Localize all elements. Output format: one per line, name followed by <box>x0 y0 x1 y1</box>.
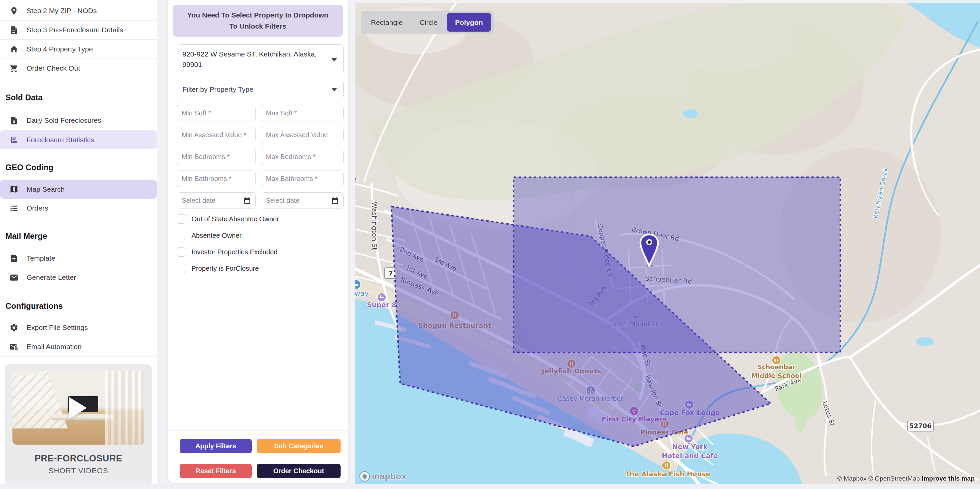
sidebar-item-foreclosure-statistics[interactable]: Foreclosure Statistics <box>0 130 157 149</box>
apply-filters-button[interactable]: Apply Filters <box>180 439 252 453</box>
svg-text:New York: New York <box>672 443 708 451</box>
min-bathrooms-input[interactable] <box>177 170 256 187</box>
min-bedrooms-input[interactable] <box>177 149 256 165</box>
thumbnail-stairs <box>13 371 68 429</box>
document-icon <box>10 254 19 263</box>
bar-chart-icon <box>10 135 19 144</box>
sidebar-item-map-search[interactable]: Map Search <box>0 179 157 199</box>
sidebar-item-step2-zip-nods[interactable]: Step 2 My ZIP - NODs <box>0 2 157 21</box>
date-from-input[interactable] <box>177 192 256 209</box>
sidebar-item-label: Orders <box>27 204 48 212</box>
svg-text:Middle School: Middle School <box>751 372 802 379</box>
sidebar-item-label: Daily Sold Foreclosures <box>27 116 101 124</box>
checkbox-label: Property is ForClosure <box>191 265 259 272</box>
file-excel-icon <box>10 116 19 125</box>
max-assessed-value-input[interactable] <box>261 127 344 143</box>
reset-filters-button[interactable]: Reset Filters <box>180 464 252 478</box>
sidebar-item-daily-sold-foreclosures[interactable]: Daily Sold Foreclosures <box>0 111 157 130</box>
video-thumbnail[interactable] <box>13 371 145 445</box>
checkbox-out-of-state-absentee-owner[interactable]: Out of State Absentee Owner <box>177 214 344 224</box>
map-attribution: © Mapbox © OpenStreetMap Improve this ma… <box>837 475 975 482</box>
video-subtitle: SHORT VIDEOS <box>13 467 145 475</box>
sidebar-item-generate-letter[interactable]: Generate Letter <box>0 268 157 287</box>
sidebar-item-label: Generate Letter <box>27 273 76 281</box>
video-title: PRE-FORCLOSURE <box>13 453 145 464</box>
sidebar-item-label: Step 3 Pre-Foreclosure Details <box>27 26 123 34</box>
sidebar-item-label: Step 2 My ZIP - NODs <box>27 7 97 15</box>
svg-text:Super 8: Super 8 <box>367 301 396 309</box>
cart-icon <box>10 64 19 73</box>
checkbox-property-is-forclosure[interactable]: Property is ForClosure <box>177 264 344 273</box>
order-checkout-button[interactable]: Order Checkout <box>257 464 340 478</box>
route-shield-52706: 52706 <box>907 421 934 431</box>
envelope-icon <box>10 273 19 282</box>
list-icon <box>10 204 19 213</box>
min-assessed-value-input[interactable] <box>177 127 256 143</box>
section-header-sold-data: Sold Data <box>0 93 157 102</box>
sidebar: Step 2 My ZIP - NODs Step 3 Pre-Foreclos… <box>0 0 157 489</box>
sidebar-item-label: Order Check Out <box>27 64 80 72</box>
checkbox[interactable] <box>177 247 186 257</box>
section-header-mail-merge: Mail Merge <box>0 232 157 241</box>
checkbox[interactable] <box>177 214 186 224</box>
sidebar-item-step4-property-type[interactable]: Step 4 Property Type <box>0 40 157 59</box>
checkbox[interactable] <box>177 231 186 240</box>
map-icon <box>10 185 19 194</box>
page-bottom-strip <box>0 484 980 489</box>
property-address-dropdown[interactable]: 920-922 W Sesame ST, Ketchikan, Alaska, … <box>177 44 344 74</box>
unlock-filters-notice: You Need To Select Property In Dropdown … <box>173 5 343 37</box>
sub-categories-button[interactable]: Sub Categories <box>257 439 340 453</box>
envelope-check-icon <box>10 342 19 351</box>
promo-video-card[interactable]: PRE-FORCLOSURE SHORT VIDEOS <box>5 364 152 485</box>
checkbox-investor-properties-excluded[interactable]: Investor Properties Excluded <box>177 247 344 257</box>
chevron-down-icon <box>331 58 337 62</box>
draw-circle-button[interactable]: Circle <box>412 13 445 32</box>
sidebar-item-step3-preforeclosure[interactable]: Step 3 Pre-Foreclosure Details <box>0 21 157 40</box>
checkbox-label: Absentee Owner <box>191 232 242 240</box>
svg-text:Schoenbar: Schoenbar <box>757 363 795 371</box>
max-sqft-input[interactable] <box>261 105 344 121</box>
sidebar-item-label: Email Automation <box>27 343 81 351</box>
osm-attribution-link[interactable]: © OpenStreetMap <box>868 475 920 482</box>
mapbox-attribution-link[interactable]: © Mapbox <box>837 475 867 482</box>
draw-mode-toolbar: Rectangle Circle Polygon <box>361 11 494 33</box>
sidebar-item-label: Foreclosure Statistics <box>27 136 94 144</box>
home-icon <box>10 45 19 54</box>
date-to-input[interactable] <box>261 192 344 209</box>
section-header-geo-coding: GEO Coding <box>0 163 157 172</box>
map-canvas[interactable]: 7 52706 Washington St 2nd Ave 3rd Ave 1 <box>355 0 980 489</box>
sidebar-item-email-automation[interactable]: Email Automation <box>0 337 157 357</box>
draw-polygon-button[interactable]: Polygon <box>447 13 491 32</box>
map-pin-icon <box>10 6 19 16</box>
mapbox-logo-icon <box>360 471 370 482</box>
sidebar-item-template[interactable]: Template <box>0 249 157 268</box>
drawn-rectangle-selection[interactable] <box>514 177 840 352</box>
file-pdf-icon <box>10 25 19 35</box>
draw-rectangle-button[interactable]: Rectangle <box>363 13 410 32</box>
play-icon[interactable] <box>69 397 87 419</box>
improve-map-link[interactable]: Improve this map <box>922 475 975 482</box>
property-type-dropdown[interactable]: Filter by Property Type <box>177 80 344 99</box>
svg-text:Ave: Ave <box>355 176 356 183</box>
sidebar-item-orders[interactable]: Orders <box>0 199 157 218</box>
sidebar-item-label: Map Search <box>27 185 65 194</box>
min-sqft-input[interactable] <box>177 105 256 121</box>
sidebar-item-label: Template <box>27 254 55 262</box>
map-render: 7 52706 Washington St 2nd Ave 3rd Ave 1 <box>355 0 980 489</box>
map-top-edge <box>355 0 980 3</box>
svg-text:52706: 52706 <box>909 422 932 429</box>
max-bathrooms-input[interactable] <box>261 170 344 187</box>
svg-text:The Alaska Fish House: The Alaska Fish House <box>625 470 710 478</box>
checkbox-absentee-owner[interactable]: Absentee Owner <box>177 231 344 240</box>
sidebar-item-label: Step 4 Property Type <box>27 45 93 53</box>
checkbox[interactable] <box>177 264 186 273</box>
max-bedrooms-input[interactable] <box>261 149 344 165</box>
sidebar-item-export-file-settings[interactable]: Export File Settings <box>0 318 157 337</box>
checkbox-label: Investor Properties Excluded <box>191 248 278 256</box>
chevron-down-icon <box>331 88 337 92</box>
gear-icon <box>10 323 19 332</box>
mapbox-logo[interactable]: mapbox <box>360 471 407 482</box>
sidebar-item-order-checkout[interactable]: Order Check Out <box>0 59 157 78</box>
restaurant-icon <box>662 461 671 470</box>
thumbnail-curtain <box>105 371 145 445</box>
